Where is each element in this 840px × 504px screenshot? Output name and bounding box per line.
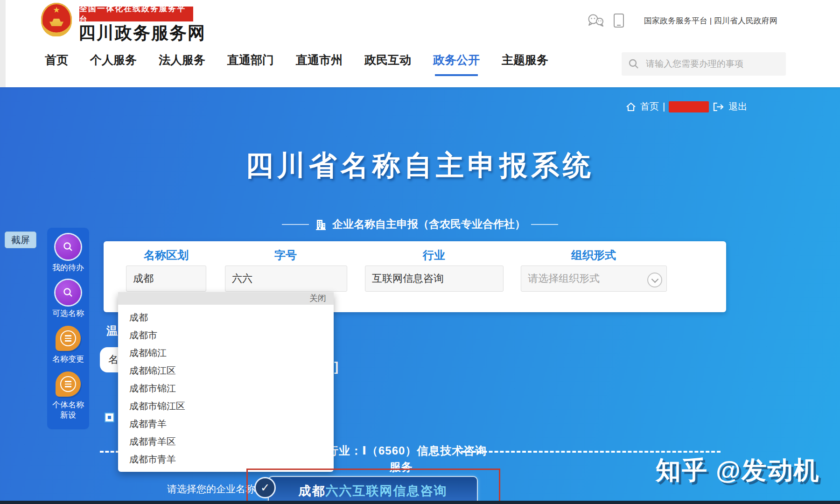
nav-item-legal[interactable]: 法人服务 [159,52,205,76]
logout-icon[interactable] [713,102,725,112]
industry-line2: 服务 [315,460,487,475]
site-header: ★ 全国一体化在线政务服务平台 四川政务服务网 [0,0,840,87]
district-dropdown: 关闭 成都 成都市 成都锦江 成都锦江区 成都市锦江 成都市锦江区 成都青羊 成… [118,292,334,472]
check-icon: ✓ [260,481,270,494]
chevron-down-icon[interactable] [647,273,662,287]
breadcrumb: 首页 | 退出 [625,100,747,113]
divider-line-right [531,224,558,225]
field-label-industry: 行业 [423,248,445,263]
divider-line-left [282,224,309,225]
industry-line1: 营行业：Ⅰ（6560）信息技术咨询 [315,443,487,458]
dashed-divider-right [461,451,721,453]
mobile-app-icon[interactable] [613,13,624,28]
logout-link[interactable]: 退出 [728,100,747,113]
portal-links[interactable]: 国家政务服务平台 | 四川省人民政府网 [644,15,777,26]
username-redaction [669,101,709,112]
sidebar-item-selectable-names[interactable]: 可选名称 [52,308,84,319]
platform-banner: 全国一体化在线政务服务平台 [79,7,193,21]
nav-item-interaction[interactable]: 政民互动 [364,52,411,76]
obscured-tip-text: 温 [106,323,118,338]
field-label-trade-name: 字号 [274,248,297,263]
watermark-text: 知乎 @发动机 [656,454,820,488]
company-name-button[interactable]: 成都 六六互联网信息咨询 [268,476,478,504]
district-option[interactable]: 成都 [118,308,334,326]
dropdown-close-button[interactable]: 关闭 [118,292,334,305]
field-label-org-form: 组织形式 [571,248,616,263]
district-option[interactable]: 成都锦江 [118,344,334,362]
district-option[interactable]: 成都锦江区 [118,362,334,379]
nav-item-themes[interactable]: 主题服务 [502,52,548,76]
company-checkbox[interactable]: ✓ [254,477,276,498]
nav-item-home[interactable]: 首页 [45,52,68,76]
emblem-gate-icon [49,19,63,26]
nav-item-gov-open[interactable]: 政务公开 [433,52,480,76]
screenshot-button[interactable]: 截屏 [5,231,36,248]
breadcrumb-separator: | [663,101,665,112]
individual-name-icon[interactable] [56,371,81,397]
district-input[interactable] [126,266,206,292]
district-option[interactable]: 成都市锦江区 [118,397,334,415]
district-option[interactable]: 成都市青羊 [118,450,334,468]
company-name-rest: 六六互联网信息咨询 [326,483,448,499]
district-option[interactable]: 成都青羊 [118,415,334,433]
sidebar-item-my-todo[interactable]: 我的待办 [52,263,84,273]
sidebar-item-name-change[interactable]: 名称变更 [52,354,84,364]
hero-area: 首页 | 退出 四川省名称自主申报系统 [0,87,840,504]
main-nav: 首页 个人服务 法人服务 直通部门 直通市州 政民互动 政务公开 主题服务 [45,52,548,76]
obscured-bracket-text: ] [334,360,338,374]
national-emblem-logo: ★ [41,3,72,36]
site-search[interactable] [622,52,786,76]
site-name: 四川政务服务网 [78,21,206,45]
quick-sidebar: 我的待办 可选名称 名称变更 个体名称 新设 [47,228,89,429]
breadcrumb-home[interactable]: 首页 [640,100,659,113]
nav-item-cities[interactable]: 直通市州 [296,52,343,76]
bottom-edge-strip [0,501,840,504]
section-header: 企业名称自主申报（含农民专业合作社） [0,217,840,231]
name-change-icon[interactable] [56,326,81,351]
obscured-checkbox[interactable] [105,413,114,422]
nav-item-departments[interactable]: 直通部门 [227,52,274,76]
sidebar-item-individual-name[interactable]: 个体名称 新设 [52,400,84,420]
district-option-list: 成都 成都市 成都锦江 成都锦江区 成都市锦江 成都市锦江区 成都青羊 成都青羊… [118,305,334,472]
wechat-icon[interactable] [587,14,605,28]
selectable-names-icon[interactable] [56,280,81,305]
screenshot-edge [0,0,6,87]
nav-item-personal[interactable]: 个人服务 [90,52,137,76]
my-todo-icon[interactable] [56,234,81,259]
company-name-prefix: 成都 [299,483,326,499]
search-icon [628,58,639,70]
section-title: 企业名称自主申报（含农民专业合作社） [332,217,525,231]
district-option[interactable]: 成都青羊区 [118,433,334,450]
district-option[interactable]: 成都市锦江 [118,379,334,397]
building-icon [315,218,327,231]
search-input[interactable] [645,58,779,70]
system-title: 四川省名称自主申报系统 [0,147,840,185]
dashed-divider-left [100,451,119,453]
page: ★ 全国一体化在线政务服务平台 四川政务服务网 [0,0,840,504]
main-industry-text: 营行业：Ⅰ（6560）信息技术咨询 服务 [315,443,487,475]
select-company-label: 请选择您的企业名称: [167,483,258,496]
emblem-star-icon: ★ [41,6,72,14]
industry-input[interactable] [365,266,504,292]
individual-name-line1: 个体名称 [52,400,84,409]
obscured-pill-button: 名 [100,347,119,372]
home-icon[interactable] [625,102,637,112]
field-label-district: 名称区划 [144,248,189,263]
district-option[interactable]: 成都市 [118,326,334,344]
individual-name-line2: 新设 [60,411,76,420]
trade-name-input[interactable] [225,266,347,292]
org-form-select[interactable] [521,266,667,292]
